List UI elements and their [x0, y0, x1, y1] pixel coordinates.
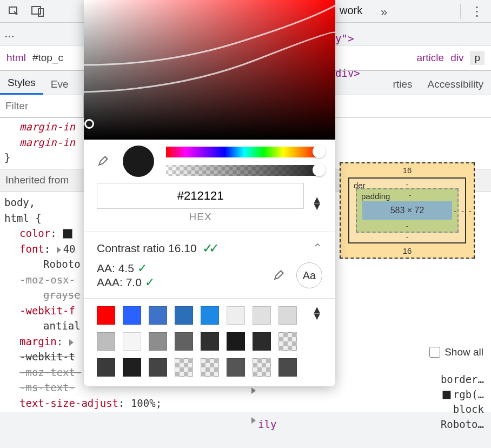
- padding-bottom-value[interactable]: -: [406, 221, 409, 230]
- palette-swatch[interactable]: [227, 306, 245, 325]
- computed-prop-name[interactable]: ily: [258, 417, 276, 432]
- color-swatch-icon[interactable]: [442, 391, 451, 399]
- palette-swatch[interactable]: [201, 332, 219, 351]
- css-selector[interactable]: html {: [4, 212, 42, 224]
- show-all-checkbox[interactable]: [429, 347, 440, 358]
- css-property[interactable]: margin-in: [19, 136, 75, 148]
- kebab-menu-icon[interactable]: ⋮: [470, 4, 483, 19]
- dom-node-partial-div[interactable]: div>: [335, 67, 360, 79]
- computed-prop-value[interactable]: border…: [441, 372, 484, 387]
- breadcrumb-item[interactable]: div: [450, 52, 463, 64]
- css-property-color[interactable]: color: [19, 227, 50, 239]
- palette-swatch[interactable]: [149, 306, 167, 325]
- margin-right-value[interactable]: -: [469, 206, 472, 215]
- palette-swatch[interactable]: [97, 306, 115, 325]
- palette-swatch[interactable]: [123, 306, 141, 325]
- margin-bottom-value[interactable]: 16: [403, 246, 412, 255]
- inspect-element-icon[interactable]: [4, 2, 24, 21]
- css-property-overridden[interactable]: -moz-text-: [19, 366, 81, 378]
- palette-swatch[interactable]: [253, 306, 271, 325]
- breadcrumb-item-current[interactable]: p: [470, 51, 485, 65]
- css-property-font[interactable]: font: [19, 243, 44, 255]
- ellipsis-icon: …: [4, 28, 15, 40]
- border-right-value[interactable]: -: [461, 206, 464, 215]
- css-property-overridden[interactable]: -webkit-t: [19, 351, 75, 363]
- palette-swatch[interactable]: [201, 306, 219, 325]
- palette-swatch[interactable]: [253, 332, 271, 351]
- hue-thumb[interactable]: [313, 145, 326, 158]
- css-value[interactable]: 100%;: [131, 397, 162, 409]
- more-tabs-icon[interactable]: »: [381, 5, 387, 19]
- eyedropper-icon[interactable]: [97, 153, 111, 170]
- breadcrumb-item[interactable]: article: [416, 52, 444, 64]
- css-property[interactable]: -webkit-f: [19, 305, 75, 317]
- palette-switcher-icon[interactable]: ▲▼: [311, 306, 322, 319]
- css-property[interactable]: margin-in: [19, 121, 75, 133]
- alpha-thumb[interactable]: [313, 163, 326, 176]
- contrast-threshold-curve: [84, 0, 335, 140]
- dom-node-partial-y[interactable]: y">: [335, 32, 354, 44]
- hex-input[interactable]: [97, 183, 304, 209]
- computed-prop-value[interactable]: block: [453, 402, 484, 417]
- palette-swatch[interactable]: [97, 332, 115, 351]
- palette-swatch[interactable]: [149, 332, 167, 351]
- expand-icon[interactable]: [251, 417, 256, 424]
- format-switcher-icon[interactable]: ▲▼: [311, 196, 322, 209]
- color-swatch-icon[interactable]: [63, 229, 72, 239]
- palette-swatch[interactable]: [278, 332, 297, 351]
- palette-swatch[interactable]: [175, 358, 193, 377]
- padding-right-value[interactable]: -: [454, 206, 456, 215]
- breadcrumb-item[interactable]: #top_c: [32, 52, 63, 64]
- tab-network-partial[interactable]: work: [340, 4, 362, 17]
- palette-swatch[interactable]: [123, 332, 141, 351]
- border-top-value[interactable]: -: [406, 180, 409, 189]
- alpha-slider[interactable]: [166, 165, 322, 176]
- css-property-overridden[interactable]: -ms-text-: [19, 381, 75, 393]
- css-property[interactable]: text-size-adjust: [19, 397, 118, 409]
- computed-prop-value[interactable]: Roboto…: [441, 417, 484, 432]
- hue-slider[interactable]: [166, 147, 322, 157]
- box-model-margin[interactable]: 16 16 - der - - - padding - - - 583 × 72: [340, 162, 475, 259]
- saturation-value-area[interactable]: [84, 0, 335, 140]
- palette-swatch[interactable]: [149, 358, 167, 377]
- css-property-overridden[interactable]: -moz-osx-: [19, 274, 75, 286]
- palette-swatch[interactable]: [253, 358, 271, 377]
- box-model-content[interactable]: 583 × 72: [362, 201, 452, 220]
- tab-accessibility[interactable]: Accessibility: [420, 74, 491, 95]
- css-property-margin[interactable]: margin: [19, 335, 57, 347]
- margin-top-value[interactable]: 16: [403, 166, 412, 175]
- css-value[interactable]: antial: [43, 320, 81, 332]
- text-sample-icon[interactable]: Aa: [296, 262, 322, 288]
- tab-event-listeners[interactable]: Eve: [43, 74, 76, 95]
- sv-cursor[interactable]: [84, 119, 94, 129]
- computed-prop-value[interactable]: rgb(…: [442, 387, 484, 403]
- palette-swatch[interactable]: [227, 332, 245, 351]
- box-model-padding[interactable]: padding - - - 583 × 72: [356, 188, 459, 233]
- css-value[interactable]: Roboto: [43, 258, 81, 270]
- css-value-overridden[interactable]: grayse: [43, 289, 81, 301]
- palette-swatch[interactable]: [123, 358, 141, 377]
- expand-shorthand-icon[interactable]: [57, 247, 61, 253]
- breadcrumb-item[interactable]: html: [6, 52, 26, 64]
- palette-swatch[interactable]: [227, 358, 245, 377]
- border-bottom-value[interactable]: -: [406, 232, 409, 241]
- palette-swatch[interactable]: [278, 358, 297, 377]
- styles-filter-input[interactable]: [0, 95, 84, 117]
- chevron-up-icon[interactable]: ⌃: [313, 241, 322, 255]
- tab-styles[interactable]: Styles: [0, 73, 43, 95]
- palette-swatch[interactable]: [278, 306, 297, 325]
- box-model-border[interactable]: der - - - padding - - - 583 × 72: [348, 177, 466, 243]
- expand-shorthand-icon[interactable]: [69, 339, 74, 346]
- tab-properties[interactable]: rties: [386, 74, 420, 95]
- palette-swatch[interactable]: [175, 306, 193, 325]
- palette-swatch[interactable]: [97, 358, 115, 377]
- css-value[interactable]: 40: [63, 243, 76, 255]
- show-all-row: Show all: [429, 346, 483, 358]
- device-toolbar-icon[interactable]: [28, 2, 48, 21]
- palette-swatch[interactable]: [201, 358, 219, 377]
- padding-top-value[interactable]: -: [408, 190, 411, 200]
- css-selector[interactable]: body,: [4, 196, 35, 208]
- background-eyedropper-icon[interactable]: [273, 267, 287, 284]
- expand-icon[interactable]: [251, 387, 256, 394]
- palette-swatch[interactable]: [175, 332, 193, 351]
